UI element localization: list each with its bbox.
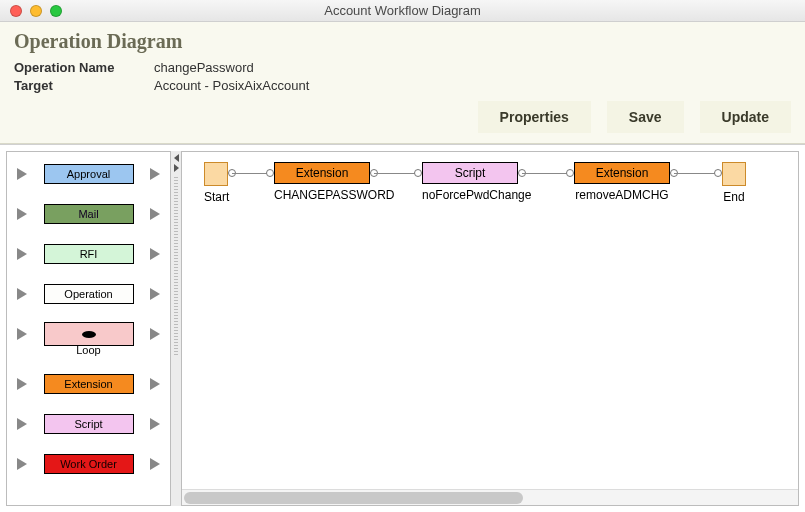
connector-out-icon xyxy=(150,418,160,430)
app-window: Account Workflow Diagram Operation Diagr… xyxy=(0,0,805,512)
node-box xyxy=(722,162,746,186)
node-box xyxy=(204,162,228,186)
body: ApprovalMailRFIOperationLoopExtensionScr… xyxy=(0,144,805,512)
node-box: Extension xyxy=(274,162,370,184)
connector-in-icon xyxy=(17,208,27,220)
start-node[interactable]: Start xyxy=(204,162,229,204)
connector-line xyxy=(522,173,568,174)
field-label: Target xyxy=(14,77,154,95)
palette-shape: RFI xyxy=(44,244,134,264)
header-panel: Operation Diagram Operation Name changeP… xyxy=(0,22,805,144)
connector-dot-icon xyxy=(714,169,722,177)
palette-item-rfi[interactable]: RFI xyxy=(11,242,166,266)
connector-in-icon xyxy=(17,328,27,340)
node-caption: noForcePwdChange xyxy=(422,188,531,202)
palette-item-approval[interactable]: Approval xyxy=(11,162,166,186)
connector-out-icon xyxy=(150,168,160,180)
palette-shape xyxy=(44,322,134,346)
horizontal-scrollbar[interactable] xyxy=(182,489,798,505)
connector-out-icon xyxy=(150,378,160,390)
palette-list: ApprovalMailRFIOperationLoopExtensionScr… xyxy=(7,152,170,505)
splitter-grip-icon xyxy=(174,177,178,357)
palette-shape: Operation xyxy=(44,284,134,304)
chevron-right-icon xyxy=(174,164,179,172)
canvas-panel: StartExtensionCHANGEPASSWORDScriptnoForc… xyxy=(181,151,799,506)
connector-dot-icon xyxy=(566,169,574,177)
connector-in-icon xyxy=(17,458,27,470)
palette-panel: ApprovalMailRFIOperationLoopExtensionScr… xyxy=(6,151,171,506)
workflow-canvas[interactable]: StartExtensionCHANGEPASSWORDScriptnoForc… xyxy=(182,152,798,489)
palette-shape: Work Order xyxy=(44,454,134,474)
palette-item-operation[interactable]: Operation xyxy=(11,282,166,306)
end-node[interactable]: End xyxy=(722,162,746,204)
connector-in-icon xyxy=(17,248,27,260)
connector-dot-icon xyxy=(414,169,422,177)
connector-out-icon xyxy=(150,328,160,340)
field-value: Account - PosixAixAccount xyxy=(154,77,309,95)
flow-step-2[interactable]: ExtensionremoveADMCHG xyxy=(574,162,670,202)
node-caption: CHANGEPASSWORD xyxy=(274,188,394,202)
field-operation-name: Operation Name changePassword xyxy=(14,59,791,77)
node-box: Extension xyxy=(574,162,670,184)
flow-step-1[interactable]: ScriptnoForcePwdChange xyxy=(422,162,531,202)
node-caption: Start xyxy=(204,190,229,204)
node-box: Script xyxy=(422,162,518,184)
flow-step-0[interactable]: ExtensionCHANGEPASSWORD xyxy=(274,162,394,202)
palette-shape: Extension xyxy=(44,374,134,394)
palette-item-script[interactable]: Script xyxy=(11,412,166,436)
field-label: Operation Name xyxy=(14,59,154,77)
connector-in-icon xyxy=(17,288,27,300)
palette-item-extension[interactable]: Extension xyxy=(11,372,166,396)
connector-out-icon xyxy=(150,458,160,470)
connector-in-icon xyxy=(17,418,27,430)
palette-item-workorder[interactable]: Work Order xyxy=(11,452,166,476)
field-value: changePassword xyxy=(154,59,254,77)
connector-out-icon xyxy=(150,208,160,220)
node-caption: removeADMCHG xyxy=(574,188,670,202)
palette-shape: Mail xyxy=(44,204,134,224)
titlebar: Account Workflow Diagram xyxy=(0,0,805,22)
properties-button[interactable]: Properties xyxy=(478,101,591,133)
connector-in-icon xyxy=(17,168,27,180)
splitter[interactable] xyxy=(171,151,181,506)
node-caption: End xyxy=(722,190,746,204)
connector-out-icon xyxy=(150,248,160,260)
palette-shape: Script xyxy=(44,414,134,434)
field-target: Target Account - PosixAixAccount xyxy=(14,77,791,95)
palette-item-mail[interactable]: Mail xyxy=(11,202,166,226)
chevron-left-icon xyxy=(174,154,179,162)
save-button[interactable]: Save xyxy=(607,101,684,133)
window-title: Account Workflow Diagram xyxy=(0,3,805,18)
connector-out-icon xyxy=(150,288,160,300)
connector-line xyxy=(674,173,716,174)
page-title: Operation Diagram xyxy=(14,30,791,53)
connector-line xyxy=(232,173,268,174)
update-button[interactable]: Update xyxy=(700,101,791,133)
palette-item-loop[interactable]: Loop xyxy=(11,322,166,346)
connector-dot-icon xyxy=(266,169,274,177)
connector-line xyxy=(374,173,416,174)
connector-in-icon xyxy=(17,378,27,390)
loop-dot-icon xyxy=(82,331,96,338)
scrollbar-thumb[interactable] xyxy=(184,492,523,504)
palette-shape: Approval xyxy=(44,164,134,184)
action-buttons: Properties Save Update xyxy=(14,101,791,133)
